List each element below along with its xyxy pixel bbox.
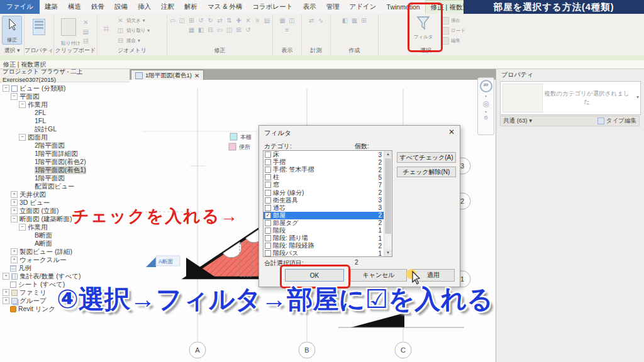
tree-item[interactable]: +ウォークスルー [0,256,130,264]
menu-tab[interactable]: 建築 [40,0,63,14]
geometry-tool[interactable]: ⊟接合 ▾ [116,36,150,45]
tool-icon[interactable]: ↻ [206,16,214,25]
tool-icon[interactable]: ≡ [253,16,262,25]
tool-icon[interactable]: ▭ [216,26,224,34]
checkbox-icon[interactable] [265,220,271,226]
tool-icon[interactable]: ⊞ [360,16,368,25]
tree-item[interactable]: 凡例 [0,264,130,272]
scroll-up-icon[interactable]: ▲ [384,151,392,158]
properties-filter-select[interactable]: 共通 (63) ▾ [503,117,532,125]
menu-tab[interactable]: 挿入 [133,0,156,14]
listbox-scrollbar[interactable]: ▲ ▼ [384,151,392,256]
checkbox-icon[interactable] [265,174,271,180]
checkbox-icon[interactable] [265,243,271,249]
uncheck-all-button[interactable]: チェック解除(N) [397,167,456,177]
menu-tab[interactable]: 設備 [109,0,133,14]
expand-icon[interactable]: + [11,191,18,198]
tool-icon[interactable]: ◧ [197,26,205,34]
collapse-icon[interactable]: − [19,134,26,141]
tool-icon[interactable]: ⊞ [187,16,196,25]
tree-item[interactable]: 1階平面図 [0,174,130,182]
tree-item[interactable]: 1階平面図(着色2) [0,158,130,166]
tree-item[interactable]: 2階平面図 [0,141,130,150]
tree-item[interactable]: −作業用 [0,101,130,109]
tool-icon[interactable]: ▦ [350,16,358,25]
tool-icon[interactable]: ◫ [178,16,186,25]
scroll-down-icon[interactable]: ▼ [384,250,392,256]
chevron-down-icon[interactable]: ▾ [485,94,487,98]
expand-icon[interactable]: + [11,248,18,255]
checkbox-icon[interactable] [265,250,271,256]
checkbox-icon[interactable] [265,235,271,241]
tool-icon[interactable]: ◫ [225,26,233,34]
geometry-tool[interactable]: ✕切欠き ▾ [116,16,150,25]
tree-item[interactable]: 1階平面詳細図 [0,150,130,158]
collapse-icon[interactable]: − [3,85,9,92]
tool-icon[interactable]: ↺ [197,16,205,25]
zoom-tool-icon[interactable]: ◎ [482,99,489,108]
menu-tab[interactable]: 構造 [63,0,86,14]
file-menu-button[interactable]: ファイル [0,0,40,14]
tool-icon[interactable]: ◧ [341,16,349,25]
tool-icon[interactable]: ≡ [283,26,291,34]
tool-icon[interactable]: ⇄ [216,16,224,25]
collapse-icon[interactable]: − [11,216,18,222]
tree-item[interactable]: A断面 [0,239,130,248]
menu-tab[interactable]: 表示 [298,0,321,14]
tool-icon[interactable]: ⇄ [308,16,316,25]
expand-icon[interactable]: + [3,273,9,280]
checkbox-icon[interactable] [265,151,271,158]
collapse-icon[interactable]: − [19,101,26,108]
checkbox-checked-icon[interactable]: ✓ [265,212,271,219]
menu-tab[interactable]: 鉄骨 [86,0,109,14]
tool-icon[interactable]: ↺ [244,26,252,34]
tool-icon[interactable]: ▤ [263,16,271,25]
tool-icon[interactable]: ⇅ [225,16,233,25]
expand-icon[interactable]: + [3,297,9,304]
expand-icon[interactable]: + [11,207,18,214]
close-dialog-icon[interactable]: ✕ [448,128,455,136]
expand-icon[interactable]: + [11,199,18,206]
selection-save-button[interactable]: 保存 [441,17,465,25]
tool-icon[interactable]: ▦ [279,16,287,25]
tool-icon[interactable]: ⊟ [206,26,214,34]
tool-icon[interactable]: ▤ [82,28,90,36]
tree-item[interactable]: 設計GL [0,125,130,133]
menu-tab[interactable]: コラボレート [247,0,297,14]
expand-icon[interactable]: + [11,256,18,263]
checkbox-icon[interactable] [265,167,271,173]
scroll-thumb[interactable] [385,158,391,234]
tool-icon[interactable]: ▭ [169,16,177,25]
cancel-button[interactable]: キャンセル [350,269,407,282]
selection-load-button[interactable]: ロード [441,27,465,35]
checkbox-icon[interactable] [265,205,271,211]
checkbox-icon[interactable] [265,182,271,188]
expand-icon[interactable]: + [3,289,9,296]
selection-edit-button[interactable]: 編集 [441,37,465,45]
tree-item[interactable]: −図面用 [0,133,130,141]
tool-icon[interactable]: ◫ [288,16,296,25]
chevron-down-icon[interactable]: ▾ [485,109,487,114]
collapse-icon[interactable]: − [11,93,18,100]
geometry-tool[interactable]: ◫切り取り ▾ [116,26,150,35]
tool-icon[interactable]: ⊞ [235,26,243,34]
menu-tab[interactable]: アドイン [345,0,382,14]
type-selector[interactable]: 複数のカテゴリが選択されました ▾ [500,81,641,115]
tree-item[interactable]: +集計表/数量 (すべて) [0,272,130,280]
checkbox-icon[interactable] [265,197,271,204]
checkbox-icon[interactable] [265,228,271,234]
tree-item[interactable]: 1FL [0,117,130,125]
modify-button[interactable]: 修正 [2,16,22,45]
menu-tab[interactable]: 管理 [321,0,345,14]
tree-item[interactable]: B断面 [0,231,130,239]
tree-item[interactable]: −平面図 [0,92,130,101]
tree-item[interactable]: −ビュー (分類順) [0,84,130,92]
close-tab-icon[interactable]: ✕ [194,72,199,79]
tree-item[interactable]: 1階平面図(着色1) [0,166,130,174]
edit-type-button[interactable]: タイプ編集 [597,117,636,125]
tree-item[interactable]: 2FL [0,109,130,117]
cut-geometry-icon[interactable]: ⌗ [99,16,114,41]
view-tab-active[interactable]: 1階平面図(着色1) ✕ [131,70,204,80]
category-listbox[interactable]: 床3手摺2手摺: 笠木手摺2柱5窓7線分 (線分)2衛生器具3通芯3✓部屋2部屋… [263,150,392,257]
chevron-down-icon[interactable]: ▾ [636,94,639,100]
